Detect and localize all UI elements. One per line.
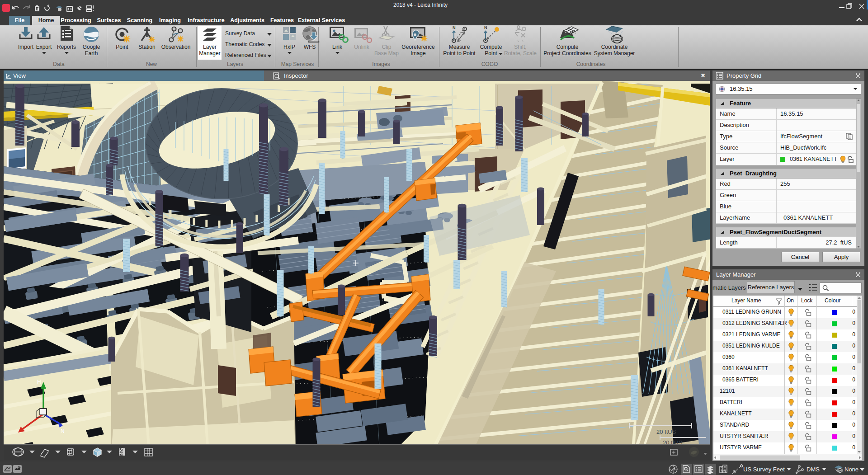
svg-text:H: H [37, 379, 41, 385]
svg-text:DMS: DMS [807, 466, 820, 473]
svg-text:None: None [844, 466, 859, 473]
svg-text:N: N [453, 25, 456, 30]
svg-text:20 ftUS: 20 ftUS [663, 439, 683, 444]
svg-text:20 ftUS: 20 ftUS [656, 428, 676, 435]
svg-text:US Survey Feet: US Survey Feet [743, 466, 785, 473]
svg-text:N: N [484, 25, 487, 30]
svg-text:N: N [61, 428, 65, 434]
